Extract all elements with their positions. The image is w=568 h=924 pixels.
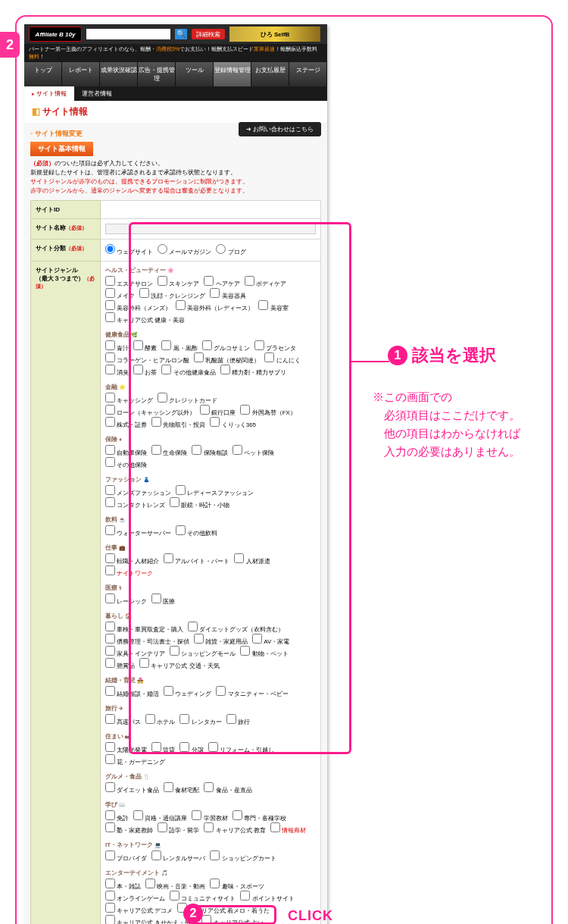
genre-checkbox[interactable]: 旅行 (226, 714, 250, 726)
genre-checkbox[interactable]: レディースファッション (176, 485, 254, 497)
genre-checkbox[interactable]: 家具・インテリア (105, 646, 165, 658)
genre-checkbox[interactable]: 学習教材 (192, 810, 227, 822)
genre-checkbox[interactable]: 消臭 (105, 365, 129, 377)
genre-checkbox[interactable]: レンタルサーバ (151, 850, 205, 863)
genre-checkbox[interactable]: キャリア公式 健康・美容 (105, 312, 185, 324)
site-name-input[interactable] (105, 224, 316, 234)
genre-checkbox[interactable]: アルバイト・パート (164, 553, 229, 565)
genre-checkbox[interactable]: 黒・黒酢 (161, 340, 197, 352)
genre-checkbox[interactable]: プロバイダ (105, 850, 147, 863)
genre-checkbox[interactable]: リフォーム・引越し (208, 742, 274, 754)
genre-checkbox[interactable]: ダイエット食品 (105, 782, 159, 794)
genre-checkbox[interactable]: 洗顔・クレンジング (139, 288, 205, 300)
genre-checkbox[interactable]: メンズファッション (105, 485, 171, 497)
genre-checkbox[interactable]: 高速バス (105, 714, 141, 726)
genre-checkbox-restricted[interactable]: 情報商材 (270, 822, 306, 835)
genre-checkbox[interactable]: ダイエットグッズ（衣料含む） (188, 622, 284, 634)
genre-checkbox[interactable]: その他保険 (105, 457, 147, 469)
sub-tab-1[interactable]: 運営者情報 (74, 86, 120, 101)
genre-checkbox[interactable]: コラーゲン・ヒアルロン酸 (105, 352, 189, 365)
genre-checkbox[interactable]: マタニティー・ベビー (216, 686, 288, 698)
genre-checkbox[interactable]: 分譲 (179, 742, 203, 754)
genre-checkbox[interactable]: ショッピングカート (210, 850, 276, 863)
genre-checkbox[interactable]: にんにく (264, 352, 300, 365)
menu-item-6[interactable]: お支払履歴 (251, 62, 289, 86)
genre-checkbox[interactable]: 保険相談 (192, 445, 227, 457)
genre-checkbox[interactable]: 債務整理・司法書士・探偵 (105, 634, 189, 646)
genre-checkbox[interactable]: 転職・人材紹介 (105, 553, 159, 565)
genre-checkbox[interactable]: コンタクトレンズ (105, 497, 165, 509)
menu-item-2[interactable]: 成果状況確認 (100, 62, 138, 86)
genre-checkbox[interactable]: ウェディング (164, 686, 211, 698)
genre-checkbox[interactable]: 美容室 (258, 300, 288, 312)
genre-checkbox[interactable]: 趣味・スポーツ (210, 879, 264, 891)
search-input[interactable] (86, 29, 170, 39)
genre-checkbox[interactable]: ヘアケア (204, 276, 239, 288)
genre-checkbox[interactable]: 動物・ペット (240, 646, 288, 658)
contact-button[interactable]: お問い合わせはこちら (239, 122, 321, 136)
genre-checkbox[interactable]: ポイントサイト (240, 891, 294, 903)
genre-checkbox[interactable]: 車検・車買取査定・購入 (105, 622, 183, 634)
genre-checkbox[interactable]: 太陽光発電 (105, 742, 147, 754)
genre-checkbox[interactable]: その他健康食品 (161, 365, 215, 377)
genre-checkbox[interactable]: 花・ガーデニング (105, 754, 165, 766)
genre-checkbox[interactable]: 美容外科（レディース） (176, 300, 254, 312)
menu-item-7[interactable]: ステージ (289, 62, 327, 86)
site-type-option[interactable]: ウェブサイト (105, 244, 153, 256)
genre-checkbox[interactable]: AV・家電 (252, 634, 289, 646)
menu-item-4[interactable]: ツール (176, 62, 214, 86)
genre-checkbox[interactable]: クレジットカード (158, 393, 217, 405)
genre-checkbox[interactable]: その他飲料 (176, 525, 217, 537)
genre-checkbox[interactable]: レーシック (105, 594, 147, 606)
site-type-option[interactable]: メールマガジン (158, 244, 211, 256)
genre-checkbox[interactable]: くりっく365 (210, 417, 256, 429)
genre-checkbox[interactable]: 人材派遣 (234, 553, 270, 565)
genre-checkbox[interactable]: 生命保険 (151, 445, 187, 457)
genre-checkbox[interactable]: スキンケア (158, 276, 199, 288)
menu-item-0[interactable]: トップ (24, 62, 62, 86)
genre-checkbox[interactable]: 食材宅配 (164, 782, 199, 794)
genre-checkbox[interactable]: キャリア公式 デコメ (105, 903, 173, 915)
genre-checkbox[interactable]: お茶 (133, 365, 157, 377)
genre-checkbox[interactable]: 資格・通信講座 (133, 810, 187, 822)
genre-checkbox[interactable]: 美容外科（メンズ） (105, 300, 171, 312)
genre-checkbox[interactable]: コミュニティサイト (170, 891, 236, 903)
genre-checkbox[interactable]: 塾・家庭教師 (105, 822, 153, 835)
genre-checkbox[interactable]: プラセンタ (254, 340, 296, 352)
menu-item-5[interactable]: 登録情報管理 (214, 62, 251, 86)
genre-checkbox[interactable]: キャリア公式 交通・天気 (139, 658, 219, 670)
menu-item-3[interactable]: 広告・提携管理 (138, 62, 176, 86)
genre-checkbox[interactable]: 美容器具 (210, 288, 245, 300)
menu-item-1[interactable]: レポート (62, 62, 100, 86)
genre-checkbox[interactable]: 専門・各種学校 (233, 810, 286, 822)
site-type-option[interactable]: ブログ (216, 244, 245, 256)
genre-checkbox[interactable]: ローン（キャッシング以外） (105, 405, 195, 417)
genre-checkbox[interactable]: 自動車保険 (105, 445, 147, 457)
genre-checkbox[interactable]: 懸賞品 (105, 658, 135, 670)
genre-checkbox[interactable]: ショッピングモール (170, 646, 236, 658)
genre-checkbox[interactable]: 精力剤・精力サプリ (220, 365, 286, 377)
genre-checkbox[interactable]: ボディケア (245, 276, 286, 288)
genre-checkbox[interactable]: 先物取引・投資 (151, 417, 205, 429)
genre-checkbox[interactable]: 映画・音楽・動画 (145, 879, 205, 891)
genre-checkbox[interactable]: 銀行口座 (200, 405, 236, 417)
genre-checkbox[interactable]: ホテル (145, 714, 175, 726)
genre-checkbox[interactable]: 語学・留学 (158, 822, 199, 835)
genre-checkbox[interactable]: 株式・証券 (105, 417, 147, 429)
genre-checkbox[interactable]: レンタカー (179, 714, 221, 726)
genre-checkbox[interactable]: エステサロン (105, 276, 153, 288)
advanced-search-button[interactable]: 詳細検索 (192, 29, 225, 39)
genre-checkbox[interactable]: 青汁 (105, 340, 129, 352)
genre-checkbox[interactable]: 本・雑誌 (105, 879, 141, 891)
genre-checkbox[interactable]: ペット保険 (233, 445, 274, 457)
genre-checkbox-restricted[interactable]: ナイトワーク (105, 565, 153, 578)
genre-checkbox[interactable]: オンラインゲーム (105, 891, 165, 903)
genre-checkbox[interactable]: 免許 (105, 810, 129, 822)
sub-tab-0[interactable]: サイト情報 (24, 86, 74, 101)
genre-checkbox[interactable]: 乳酸菌（便秘関連） (194, 352, 260, 365)
genre-checkbox[interactable]: 外国為替（FX） (240, 405, 295, 417)
genre-checkbox[interactable]: キャッシング (105, 393, 153, 405)
genre-checkbox[interactable]: 医療 (151, 594, 175, 606)
search-icon[interactable]: 🔍 (175, 29, 187, 39)
genre-checkbox[interactable]: グルコサミン (202, 340, 250, 352)
